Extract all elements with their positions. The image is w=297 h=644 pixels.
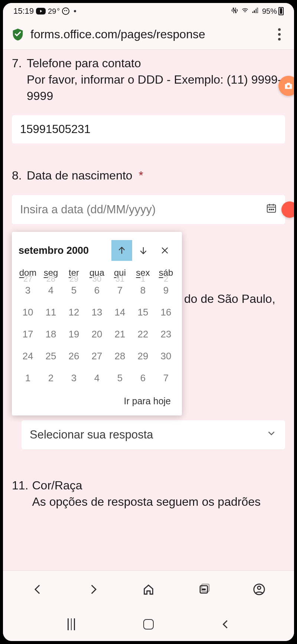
- q8-number: 8.: [12, 167, 23, 184]
- vibrate-icon: [231, 7, 238, 16]
- dow-header: sáb2: [154, 266, 177, 279]
- question-11: 11. Cor/Raça As opções de resposta segue…: [12, 477, 285, 510]
- close-datepicker-button[interactable]: [154, 240, 175, 261]
- calendar-icon[interactable]: [266, 203, 277, 217]
- status-temp: 29°: [48, 7, 60, 16]
- date-cell[interactable]: 16: [154, 301, 177, 323]
- date-cell[interactable]: 4: [85, 367, 108, 389]
- svg-rect-2: [255, 9, 257, 13]
- date-cell[interactable]: 28: [108, 345, 131, 367]
- date-cell[interactable]: 29: [131, 345, 154, 367]
- battery-icon: [278, 7, 284, 15]
- question-8: 8. Data de nascimento * Insira a data (d…: [12, 167, 285, 224]
- browser-bottom-nav: [3, 570, 294, 608]
- status-bar: 15:19 29° 95%: [3, 3, 294, 19]
- date-cell[interactable]: 11: [39, 301, 62, 323]
- secure-icon: [12, 28, 24, 41]
- q11-title: Cor/Raça: [32, 479, 82, 492]
- date-cell[interactable]: 17: [16, 323, 39, 345]
- date-cell[interactable]: 19: [62, 323, 85, 345]
- browser-bar: forms.office.com/pages/response: [3, 19, 294, 50]
- svg-point-5: [269, 209, 270, 210]
- date-cell[interactable]: 10: [16, 301, 39, 323]
- back-button[interactable]: [30, 581, 46, 598]
- q8-date-input[interactable]: Insira a data (dd/MM/yyyy): [12, 195, 285, 224]
- svg-point-8: [287, 85, 290, 88]
- date-cell[interactable]: 18: [39, 323, 62, 345]
- status-dot: [74, 10, 76, 12]
- next-month-button[interactable]: [133, 240, 154, 261]
- home-button[interactable]: [140, 581, 157, 598]
- menu-button[interactable]: [272, 28, 287, 41]
- date-cell[interactable]: 14: [108, 301, 131, 323]
- profile-button[interactable]: [251, 581, 267, 598]
- date-cell[interactable]: 6: [131, 367, 154, 389]
- signal-icon: [252, 7, 259, 16]
- dow-header: qua30: [85, 266, 108, 279]
- dow-header: dom27: [16, 266, 39, 279]
- date-cell[interactable]: 3: [62, 367, 85, 389]
- dow-header: qui31: [108, 266, 131, 279]
- status-time: 15:19: [13, 6, 34, 16]
- date-cell[interactable]: 15: [131, 301, 154, 323]
- svg-point-13: [204, 589, 205, 589]
- datepicker-popup: setembro 2000 dom27seg28ter29qua30qui31s…: [12, 232, 182, 415]
- required-mark: *: [139, 169, 143, 182]
- date-cell[interactable]: 27: [85, 345, 108, 367]
- svg-rect-1: [254, 10, 255, 13]
- datepicker-month-label[interactable]: setembro 2000: [19, 245, 89, 256]
- date-cell[interactable]: 23: [154, 323, 177, 345]
- q11-subtitle: As opções de resposta seguem os padrões: [32, 495, 260, 508]
- svg-point-15: [257, 586, 261, 589]
- date-cell[interactable]: 13: [85, 301, 108, 323]
- prev-month-button[interactable]: [111, 240, 132, 261]
- svg-rect-3: [257, 8, 258, 13]
- face-icon: [62, 7, 69, 15]
- date-cell[interactable]: 24: [16, 345, 39, 367]
- date-cell[interactable]: 2: [39, 367, 62, 389]
- system-nav: [3, 608, 294, 641]
- dow-header: sex1: [131, 266, 154, 279]
- date-cell[interactable]: 7: [154, 367, 177, 389]
- q8-title: Data de nascimento: [27, 169, 133, 182]
- date-cell[interactable]: 25: [39, 345, 62, 367]
- url-text[interactable]: forms.office.com/pages/response: [30, 27, 272, 41]
- wifi-icon: [241, 7, 249, 16]
- q7-number: 7.: [12, 55, 23, 104]
- question-7: 7. Telefone para contato Por favor, info…: [12, 55, 285, 143]
- q10-select[interactable]: Selecionar sua resposta: [22, 420, 285, 449]
- date-cell[interactable]: 20: [85, 323, 108, 345]
- back-sys-button[interactable]: [215, 619, 237, 630]
- date-cell[interactable]: 5: [108, 367, 131, 389]
- date-cell[interactable]: 30: [154, 345, 177, 367]
- dow-header: ter29: [62, 266, 85, 279]
- svg-point-6: [271, 209, 272, 210]
- date-cell[interactable]: 22: [131, 323, 154, 345]
- chevron-down-icon: [266, 428, 277, 442]
- svg-point-7: [273, 209, 274, 210]
- svg-rect-4: [267, 205, 276, 212]
- date-cell[interactable]: 1: [16, 367, 39, 389]
- q7-input[interactable]: 15991505231: [12, 115, 285, 143]
- recents-button[interactable]: [60, 618, 82, 630]
- q7-title: Telefone para contato Por favor, informa…: [27, 55, 285, 104]
- date-cell[interactable]: 26: [62, 345, 85, 367]
- q9-partial-text: do de São Paulo,: [184, 291, 275, 307]
- q11-number: 11.: [12, 477, 28, 510]
- svg-rect-0: [252, 12, 254, 13]
- date-cell[interactable]: 21: [108, 323, 131, 345]
- dow-header: seg28: [39, 266, 62, 279]
- forward-button[interactable]: [85, 581, 101, 598]
- battery: 95%: [262, 7, 284, 16]
- date-cell[interactable]: 12: [62, 301, 85, 323]
- home-sys-button[interactable]: [137, 619, 160, 630]
- tabs-button[interactable]: [196, 581, 212, 598]
- youtube-icon: [36, 8, 46, 14]
- go-to-today-button[interactable]: Ir para hoje: [12, 393, 182, 415]
